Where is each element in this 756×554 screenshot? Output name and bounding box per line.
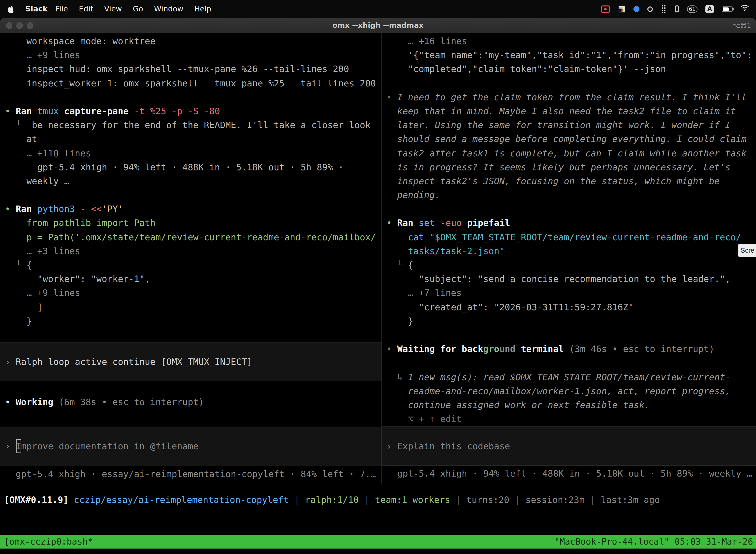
working-status: • Working (6m 38s • esc to interrupt): [0, 395, 381, 409]
text-segment: und: [499, 343, 515, 354]
text-segment: •: [386, 92, 397, 102]
text-segment: … +7 lines: [386, 288, 461, 298]
text-segment: ]: [5, 301, 43, 312]
text-segment: "worker": "worker-1",: [5, 274, 150, 284]
terminal-line: readme-and-reco/mailbox/worker-1.json, a…: [382, 384, 756, 398]
terminal-line: gpt-5.4 xhigh · 94% left · 488K in · 5.1…: [0, 160, 381, 174]
text-segment: Working: [16, 397, 59, 407]
text-segment: [68, 494, 74, 505]
omx-ralph-count: ralph:1/10: [305, 494, 359, 505]
prompt-input[interactable]: › Explain this codebase: [382, 427, 756, 466]
ran-python-command: • Ran python3 - <<'PY': [0, 202, 381, 216]
menu-edit[interactable]: Edit: [79, 4, 93, 13]
terminal-line: task2 after task1 is complete, but can I…: [382, 146, 756, 160]
terminal-line: inspect_hud: omx sparkshell --tmux-pane …: [0, 62, 381, 76]
text-segment: '{"team_name":"my-team","task_id":"1","f…: [386, 50, 752, 60]
close-button[interactable]: [6, 22, 12, 29]
omx-team-count: team:1 workers: [375, 494, 450, 505]
apple-menu-icon[interactable]: [7, 5, 14, 13]
text-segment: … +9 lines: [5, 50, 80, 60]
text-segment: I: [16, 439, 21, 453]
prompt-input[interactable]: › Improve documentation in @filename: [0, 427, 381, 466]
text-segment: gro: [483, 343, 499, 354]
text-segment: keep that in mind. Maybe I also need the…: [386, 106, 736, 116]
blank-line: [0, 381, 381, 395]
text-segment: ⌥ + ↑ edit: [386, 413, 461, 424]
input-source-icon[interactable]: A: [705, 5, 714, 13]
wifi-icon[interactable]: [741, 4, 749, 13]
text-segment: Explain this codebase: [397, 439, 510, 453]
text-segment: inspect_hud: omx sparkshell --tmux-pane …: [5, 64, 349, 74]
omx-branch: cczip/essay/ai-reimplementation-copyleft: [74, 494, 289, 505]
text-segment: -t %25 -p -S -80: [134, 106, 220, 116]
text-segment: {: [26, 260, 32, 270]
screenshot-preview[interactable]: Scre: [738, 244, 756, 257]
blue-app-icon[interactable]: [633, 6, 639, 12]
text-segment: … +9 lines: [5, 288, 80, 298]
text-segment: from pathlib import Path: [5, 218, 155, 228]
text-segment: cat: [408, 232, 430, 242]
window-shortcut-hint: ⌥⌘1: [733, 21, 751, 29]
left-terminal-pane[interactable]: workspace_mode: worktree … +9 lines insp…: [0, 33, 381, 484]
terminal-line: workspace_mode: worktree: [0, 34, 381, 48]
keyboard-grid-icon[interactable]: ▦: [618, 5, 626, 13]
minimize-button[interactable]: [16, 22, 23, 29]
terminal-line: └ {: [0, 258, 381, 272]
terminal-line: tasks/task-2.json": [382, 244, 756, 258]
phone-icon[interactable]: [674, 5, 679, 12]
inject-notice: › Ralph loop active continue [OMX_TMUX_I…: [0, 342, 381, 381]
menu-go[interactable]: Go: [133, 4, 143, 13]
text-segment: }: [5, 316, 32, 326]
tmux-host-clock: "MacBook-Pro-44.local" 05:03 31-Mar-26: [554, 537, 753, 547]
text-segment: Waiting for back: [397, 343, 483, 354]
text-segment: •: [5, 397, 16, 407]
text-segment: Ralph loop active continue [OMX_TMUX_INJ…: [16, 355, 252, 369]
menu-items: File Edit View Go Window Help: [56, 4, 211, 13]
text-segment: (3m 46s • esc to interrupt): [569, 343, 714, 354]
terminal-line: continue assigned work or next feasible …: [382, 398, 756, 412]
dots-grid-icon[interactable]: ⣿: [661, 5, 667, 13]
text-segment: p = Path('.omx/state/team/review-current…: [5, 232, 376, 242]
text-segment: |: [585, 494, 601, 505]
battery-fill: [723, 7, 729, 11]
text-segment: •: [386, 343, 397, 354]
battery-icon[interactable]: [722, 6, 733, 12]
text-segment: [386, 232, 408, 242]
text-segment: at: [5, 134, 37, 144]
menu-view[interactable]: View: [104, 4, 122, 13]
text-segment: tmux: [37, 106, 64, 116]
terminal-line: "created_at": "2026-03-31T11:59:27.816Z": [382, 300, 756, 314]
text-segment: pipefail: [467, 218, 510, 228]
zoom-button[interactable]: [27, 22, 33, 29]
text-segment: is in progress? It seems likely but perh…: [386, 162, 731, 172]
text-segment: {: [408, 260, 414, 270]
text-segment: should send a message before completing …: [386, 134, 747, 144]
blank-line: [382, 328, 756, 342]
text-segment: readme-and-reco/mailbox/worker-1.json, a…: [386, 385, 731, 396]
terminal-line: p = Path('.omx/state/team/review-current…: [0, 230, 381, 244]
menu-help[interactable]: Help: [194, 4, 211, 13]
terminal-line: weekly …: [0, 174, 381, 188]
terminal-line: '{"team_name":"my-team","task_id":"1","f…: [382, 48, 756, 62]
window-titlebar[interactable]: omx --xhigh --madmax ⌥⌘1: [0, 18, 756, 33]
ran-tmux-command: • Ran tmux capture-pane -t %25 -p -S -80: [0, 104, 381, 118]
pane-footer-stats: gpt-5.4 xhigh · essay/ai-reimplementatio…: [0, 467, 381, 481]
text-segment: workspace_mode: worktree: [5, 36, 155, 46]
menu-file[interactable]: File: [56, 4, 68, 13]
terminal-line: … +110 lines: [0, 146, 381, 160]
text-segment: pending.: [386, 189, 440, 200]
terminal-line: "subject": "send a concise recommendatio…: [382, 272, 756, 286]
right-terminal-pane[interactable]: … +16 lines '{"team_name":"my-team","tas…: [382, 33, 756, 484]
omx-turns: turns:20: [466, 494, 509, 505]
app-menu-slack[interactable]: Slack: [25, 4, 48, 13]
text-segment: mprove documentation in @filename: [21, 439, 198, 453]
ring-app-icon[interactable]: [647, 6, 653, 12]
text-segment: |: [509, 494, 525, 505]
battery-percent-badge[interactable]: 61: [687, 5, 697, 13]
menu-window[interactable]: Window: [154, 4, 183, 13]
screen-recording-icon[interactable]: [601, 5, 610, 13]
blank-line: [382, 202, 756, 216]
terminal-line: "worker": "worker-1",: [0, 272, 381, 286]
text-segment: inspect task2's JSON, focusing on the st…: [386, 176, 720, 186]
text-segment: gpt-5.4 xhigh · 94% left · 488K in · 5.1…: [5, 162, 343, 172]
